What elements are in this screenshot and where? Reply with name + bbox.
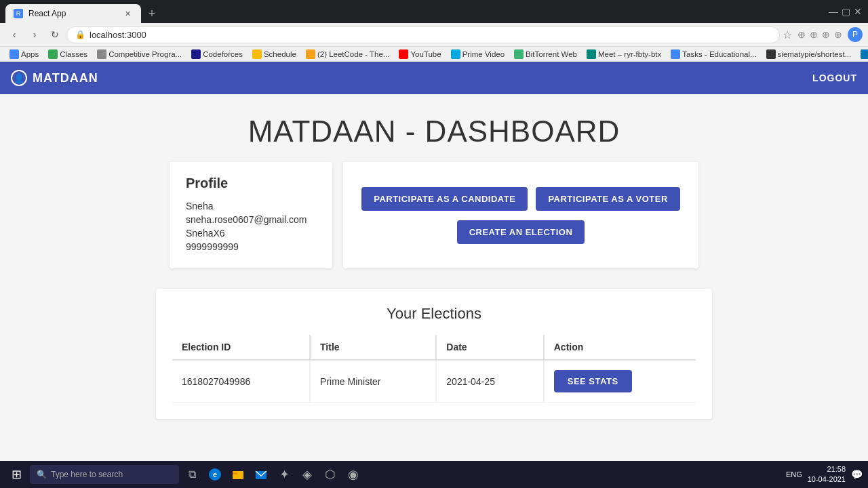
app-icon-3[interactable]: ⬡ bbox=[320, 464, 340, 485]
app-icon-2[interactable]: ◈ bbox=[297, 464, 317, 485]
url-text: localhost:3000 bbox=[90, 30, 771, 40]
address-bar-row: ‹ › ↻ 🔒 localhost:3000 ☆ ⊕ ⊕ ⊕ ⊕ P bbox=[0, 23, 868, 46]
app-icon-1[interactable]: ✦ bbox=[274, 464, 294, 485]
svg-rect-2 bbox=[233, 471, 243, 479]
bookmark-label: Meet – ryr-fbty-btx bbox=[598, 50, 661, 58]
col-action: Action bbox=[544, 335, 696, 360]
bookmark-label: siematypie/shortest... bbox=[778, 50, 852, 58]
mail-icon[interactable] bbox=[251, 464, 271, 485]
taskbar-language: ENG bbox=[786, 470, 802, 479]
task-view-button[interactable]: ⧉ bbox=[182, 464, 202, 485]
participate-voter-button[interactable]: PARTICIPATE AS A VOTER bbox=[536, 187, 679, 211]
participate-candidate-button[interactable]: PARTICIPATE AS A CANDIDATE bbox=[361, 187, 528, 211]
table-row: 1618027049986 Prime Minister 2021-04-25 … bbox=[172, 360, 696, 403]
bookmark-youtube[interactable]: YouTube bbox=[395, 48, 445, 60]
profile-card: Profile Sneha sneha.rose0607@gmail.com S… bbox=[170, 162, 332, 268]
minimize-button[interactable]: — bbox=[829, 7, 838, 16]
taskbar-clock: 21:58 10-04-2021 bbox=[808, 464, 846, 485]
brand-logo[interactable]: 👤 MATDAAN bbox=[11, 70, 98, 86]
cell-date: 2021-04-25 bbox=[436, 360, 543, 403]
tab-close-button[interactable]: ✕ bbox=[122, 8, 133, 19]
cards-row: Profile Sneha sneha.rose0607@gmail.com S… bbox=[156, 162, 712, 268]
address-field[interactable]: 🔒 localhost:3000 bbox=[66, 26, 780, 43]
bookmark-label: Tasks - Educational... bbox=[682, 50, 756, 58]
bookmark-leetcode[interactable]: (2) LeetCode - The... bbox=[302, 48, 394, 60]
bookmark-tasks[interactable]: Tasks - Educational... bbox=[667, 48, 760, 60]
bookmark-linkedin[interactable]: LinkedIn bbox=[856, 48, 868, 60]
extension-icon-1[interactable]: ⊕ bbox=[797, 29, 806, 40]
close-button[interactable]: ✕ bbox=[853, 7, 863, 16]
profile-name: Sneha bbox=[186, 201, 316, 211]
app-icon-4[interactable]: ◉ bbox=[343, 464, 363, 485]
table-body: 1618027049986 Prime Minister 2021-04-25 … bbox=[172, 360, 696, 403]
bookmark-github[interactable]: siematypie/shortest... bbox=[762, 48, 856, 60]
table-header: Election ID Title Date Action bbox=[172, 335, 696, 360]
app-navbar: 👤 MATDAAN LOGOUT bbox=[0, 62, 868, 94]
prime-icon bbox=[451, 49, 460, 59]
actions-row: PARTICIPATE AS A CANDIDATE PARTICIPATE A… bbox=[361, 187, 680, 211]
extension-area: ☆ ⊕ ⊕ ⊕ ⊕ P bbox=[783, 27, 863, 42]
edge-browser-icon[interactable]: e bbox=[205, 464, 225, 485]
competitive-icon bbox=[97, 49, 106, 59]
bookmark-label: Prime Video bbox=[462, 50, 505, 58]
refresh-button[interactable]: ↻ bbox=[46, 26, 64, 43]
bookmark-label: Classes bbox=[60, 50, 87, 58]
profile-username: SnehaX6 bbox=[186, 228, 316, 239]
page-title: MATDAAN - DASHBOARD bbox=[0, 94, 868, 162]
brand-name: MATDAAN bbox=[33, 71, 98, 85]
bookmark-competitive[interactable]: Competitive Progra... bbox=[93, 48, 186, 60]
bookmark-label: (2) LeetCode - The... bbox=[317, 50, 390, 58]
tab-bar: R React App ✕ + — ▢ ✕ bbox=[0, 0, 868, 23]
codeforces-icon bbox=[191, 49, 201, 59]
col-election-id: Election ID bbox=[172, 335, 310, 360]
profile-phone: 9999999999 bbox=[186, 241, 316, 252]
cell-title: Prime Minister bbox=[310, 360, 436, 403]
extension-icon-3[interactable]: ⊕ bbox=[822, 29, 830, 40]
cell-action: SEE STATS bbox=[544, 360, 696, 403]
brand-icon: 👤 bbox=[11, 70, 27, 86]
taskbar-time-value: 21:58 bbox=[808, 464, 846, 474]
bookmark-label: Apps bbox=[21, 50, 39, 58]
bookmark-bittorrent[interactable]: BitTorrent Web bbox=[510, 48, 581, 60]
elections-card: Your Elections Election ID Title Date Ac… bbox=[156, 289, 712, 419]
leetcode-icon bbox=[306, 49, 315, 59]
active-tab[interactable]: R React App ✕ bbox=[5, 4, 141, 23]
elections-table: Election ID Title Date Action 1618027049… bbox=[172, 335, 696, 403]
window-controls: — ▢ ✕ bbox=[829, 7, 863, 20]
lock-icon: 🔒 bbox=[75, 30, 85, 39]
logout-button[interactable]: LOGOUT bbox=[812, 73, 857, 83]
page-content: MATDAAN - DASHBOARD Profile Sneha sneha.… bbox=[0, 94, 868, 488]
extension-icon-4[interactable]: ⊕ bbox=[834, 29, 842, 40]
browser-chrome: R React App ✕ + — ▢ ✕ ‹ › ↻ 🔒 localhost:… bbox=[0, 0, 868, 62]
see-stats-button[interactable]: SEE STATS bbox=[554, 370, 632, 392]
profile-avatar[interactable]: P bbox=[848, 27, 863, 42]
extension-icon-2[interactable]: ⊕ bbox=[810, 29, 818, 40]
bookmark-label: Schedule bbox=[264, 50, 296, 58]
bookmark-classes[interactable]: Classes bbox=[44, 48, 92, 60]
elections-section-title: Your Elections bbox=[172, 305, 696, 323]
forward-button[interactable]: › bbox=[26, 26, 43, 43]
back-button[interactable]: ‹ bbox=[5, 26, 23, 43]
taskbar: ⊞ 🔍 Type here to search ⧉ e ✦ ◈ ⬡ ◉ ENG … bbox=[0, 461, 868, 488]
github-icon bbox=[766, 49, 776, 59]
tab-title: React App bbox=[28, 9, 117, 18]
bookmark-schedule[interactable]: Schedule bbox=[248, 48, 300, 60]
bookmark-prime[interactable]: Prime Video bbox=[447, 48, 509, 60]
notification-icon[interactable]: 💬 bbox=[851, 469, 863, 480]
bookmark-codeforces[interactable]: Codeforces bbox=[187, 48, 247, 60]
create-election-button[interactable]: CREATE AN ELECTION bbox=[457, 220, 585, 244]
bittorrent-icon bbox=[514, 49, 524, 59]
bookmark-label: Competitive Progra... bbox=[108, 50, 182, 58]
taskbar-search[interactable]: 🔍 Type here to search bbox=[30, 465, 179, 484]
bookmark-apps[interactable]: Apps bbox=[5, 48, 43, 60]
youtube-icon bbox=[399, 49, 408, 59]
bookmark-star-icon[interactable]: ☆ bbox=[783, 28, 792, 41]
apps-icon bbox=[9, 49, 19, 59]
new-tab-button[interactable]: + bbox=[142, 4, 161, 23]
bookmark-label: Codeforces bbox=[203, 50, 243, 58]
start-button[interactable]: ⊞ bbox=[5, 464, 27, 485]
bookmark-meet[interactable]: Meet – ryr-fbty-btx bbox=[583, 48, 665, 60]
maximize-button[interactable]: ▢ bbox=[841, 7, 850, 16]
file-explorer-icon[interactable] bbox=[228, 464, 248, 485]
actions-card: PARTICIPATE AS A CANDIDATE PARTICIPATE A… bbox=[343, 162, 698, 268]
